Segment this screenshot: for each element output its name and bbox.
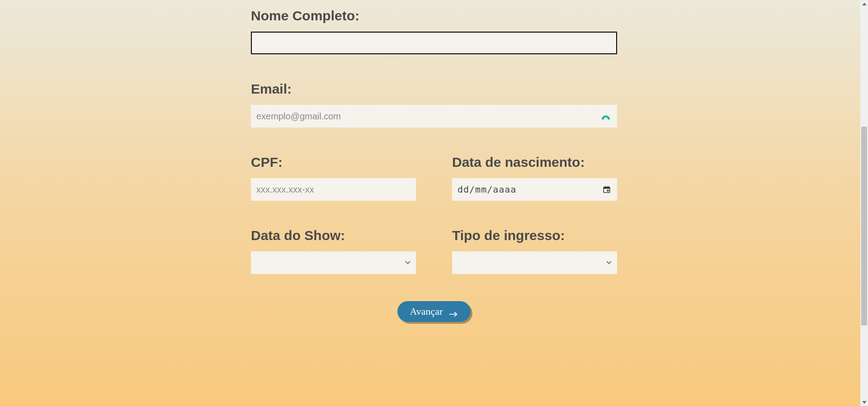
- cpf-input[interactable]: [251, 178, 416, 201]
- data-show-select[interactable]: [251, 251, 416, 274]
- button-row: Avançar: [251, 301, 617, 322]
- cpf-label: CPF:: [251, 155, 416, 170]
- tipo-ingresso-select[interactable]: [452, 251, 617, 274]
- email-input[interactable]: [251, 105, 617, 127]
- field-group-tipo-ingresso: Tipo de ingresso:: [452, 228, 617, 274]
- tipo-ingresso-label: Tipo de ingresso:: [452, 228, 617, 243]
- field-group-nascimento: Data de nascimento:: [452, 155, 617, 201]
- scrollbar-arrow-down-icon[interactable]: [860, 398, 868, 406]
- scrollbar-arrow-up-icon[interactable]: [860, 0, 868, 8]
- form-container: Nome Completo: Email: CPF: Data de nasci…: [251, 0, 617, 330]
- scrollbar[interactable]: [860, 0, 868, 406]
- scrollbar-thumb[interactable]: [861, 127, 867, 326]
- nascimento-label: Data de nascimento:: [452, 155, 617, 170]
- avancar-label: Avançar: [410, 306, 443, 317]
- field-group-data-show: Data do Show:: [251, 228, 416, 274]
- field-group-email: Email:: [251, 81, 617, 127]
- nascimento-input[interactable]: [452, 178, 617, 201]
- row-show-ingresso: Data do Show: Tipo de ingresso:: [251, 228, 617, 274]
- email-label: Email:: [251, 81, 617, 97]
- svg-marker-6: [862, 3, 867, 5]
- field-group-cpf: CPF:: [251, 155, 416, 201]
- arrow-right-icon: [449, 308, 458, 315]
- nome-label: Nome Completo:: [251, 8, 617, 24]
- date-wrapper: [452, 178, 617, 201]
- field-group-nome: Nome Completo:: [251, 8, 617, 54]
- data-show-label: Data do Show:: [251, 228, 416, 243]
- email-wrapper: [251, 105, 617, 127]
- svg-marker-7: [862, 401, 867, 404]
- row-cpf-nascimento: CPF: Data de nascimento:: [251, 155, 617, 201]
- nome-input[interactable]: [251, 32, 617, 54]
- avancar-button[interactable]: Avançar: [397, 301, 471, 322]
